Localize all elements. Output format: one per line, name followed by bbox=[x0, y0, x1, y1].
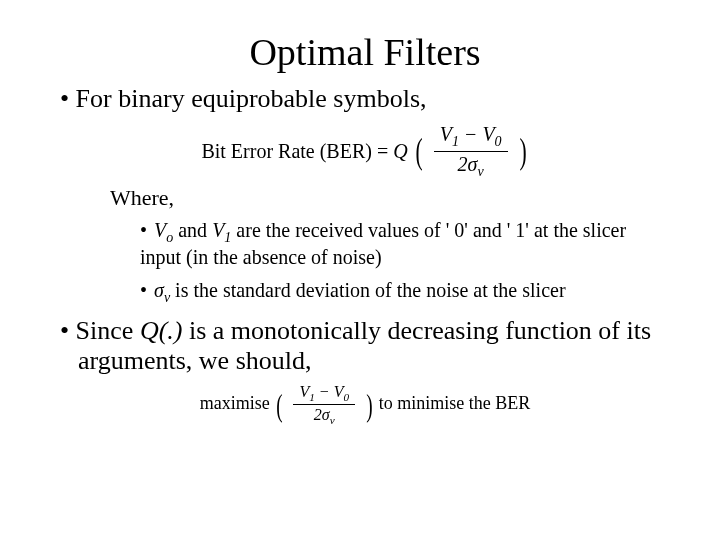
rparen-icon: ) bbox=[519, 133, 526, 169]
sigma-sym: σ bbox=[154, 279, 164, 301]
dot2: • bbox=[140, 279, 152, 301]
max-denominator: 2σν bbox=[293, 405, 355, 428]
sub-bullet-values: • Vo and V1 are the received values of '… bbox=[140, 219, 640, 269]
minus2-sym: − bbox=[315, 383, 334, 400]
bullet-binary: • For binary equiprobable symbols, bbox=[60, 84, 680, 114]
lparen-icon: ( bbox=[415, 133, 422, 169]
sub2-rest: is the standard deviation of the noise a… bbox=[170, 279, 565, 301]
slide-title: Optimal Filters bbox=[50, 30, 680, 74]
dot1: • bbox=[140, 219, 152, 241]
v1-sub: 1 bbox=[452, 134, 459, 149]
sigma-sub: ν bbox=[477, 164, 483, 179]
ber-lhs: Bit Error Rate (BER) = bbox=[201, 140, 393, 162]
q-func: Q bbox=[393, 140, 407, 162]
where-label: Where, bbox=[110, 185, 680, 211]
v0-sym: V bbox=[482, 123, 494, 145]
formula-maximise: maximise ( V1 − V0 2σν ) to minimise the… bbox=[50, 382, 680, 428]
and-text: and bbox=[173, 219, 212, 241]
v1c-sym: V bbox=[299, 383, 309, 400]
lparen2-icon: ( bbox=[276, 389, 282, 421]
formula-ber: Bit Error Rate (BER) = Q ( V1 − V0 2σν ) bbox=[50, 122, 680, 181]
sigma2-sub: ν bbox=[330, 414, 335, 426]
two-sigma2: 2σ bbox=[314, 406, 330, 423]
v0c-sub: 0 bbox=[343, 391, 349, 403]
minus-sym: − bbox=[459, 123, 483, 145]
fraction-max: V1 − V0 2σν bbox=[293, 382, 355, 428]
ber-numerator: V1 − V0 bbox=[434, 122, 508, 152]
tail-text: to minimise the BER bbox=[379, 393, 531, 413]
maximise-text: maximise bbox=[200, 393, 270, 413]
fraction-ber: V1 − V0 2σν bbox=[434, 122, 508, 181]
two-sigma: 2σ bbox=[458, 153, 478, 175]
bullet-since: • Since Q(.) is a monotonically decreasi… bbox=[60, 316, 660, 376]
since-pre: • Since bbox=[60, 316, 140, 345]
v1-sym: V bbox=[440, 123, 452, 145]
slide: Optimal Filters • For binary equiprobabl… bbox=[0, 0, 720, 448]
v0c-sym: V bbox=[334, 383, 344, 400]
q-of-dot: Q(.) bbox=[140, 316, 183, 345]
max-numerator: V1 − V0 bbox=[293, 382, 355, 406]
rparen2-icon: ) bbox=[366, 389, 372, 421]
v0-sub: 0 bbox=[495, 134, 502, 149]
sub-bullet-sigma: • σν is the standard deviation of the no… bbox=[140, 279, 640, 306]
ber-denominator: 2σν bbox=[434, 152, 508, 181]
v1b-sym: V bbox=[212, 219, 224, 241]
vo-sym: V bbox=[154, 219, 166, 241]
